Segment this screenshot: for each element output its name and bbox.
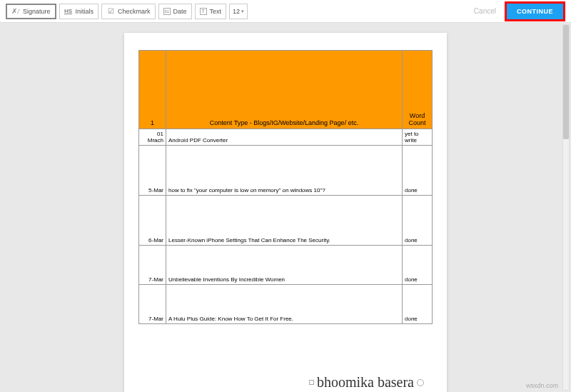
cell-status: yet to write [403, 129, 433, 146]
header-col3: Word Count [403, 51, 433, 129]
header-col2: Content Type - Blogs/IG/Website/Landing … [166, 51, 403, 129]
signature-label: Signature [23, 8, 51, 15]
checkmark-tool-button[interactable]: ☑ Checkmark [101, 4, 156, 19]
watermark: wsxdn.com [526, 382, 558, 389]
cell-date: 5-Mar [139, 146, 166, 196]
cell-content: A Hulu Plus Guide: Know How To Get It Fo… [166, 285, 403, 324]
cell-date: 7-Mar [139, 285, 166, 324]
signature-field[interactable]: bhoomika basera [309, 374, 424, 391]
date-icon: 31 [163, 8, 171, 15]
cell-date: 6-Mar [139, 196, 166, 246]
signature-tool-button[interactable]: ✗╱ Signature [6, 4, 56, 19]
date-tool-button[interactable]: 31 Date [158, 4, 192, 19]
cell-content: Android PDF Converter [166, 129, 403, 146]
text-tool-button[interactable]: T Text [195, 4, 227, 19]
cell-content: how to fix "your computer is low on memo… [166, 146, 403, 196]
table-row: 01 MrachAndroid PDF Converteryet to writ… [139, 129, 433, 146]
table-row: 5-Marhow to fix "your computer is low on… [139, 146, 433, 196]
chevron-down-icon: ▾ [241, 9, 244, 14]
signature-delete-icon[interactable] [417, 379, 424, 386]
top-toolbar: ✗╱ Signature HS Initials ☑ Checkmark 31 … [0, 0, 571, 23]
cell-content: Lesser-Known iPhone Settings That Can En… [166, 196, 403, 246]
document-workspace: 1 Content Type - Blogs/IG/Website/Landin… [0, 23, 571, 392]
text-icon: T [200, 8, 207, 15]
checkmark-label: Checkmark [118, 8, 151, 15]
table-row: 7-MarA Hulu Plus Guide: Know How To Get … [139, 285, 433, 324]
initials-tool-button[interactable]: HS Initials [59, 4, 99, 19]
vertical-scrollbar[interactable] [562, 24, 570, 391]
checkmark-icon: ☑ [106, 7, 115, 16]
initials-label: Initials [76, 8, 94, 15]
document-page[interactable]: 1 Content Type - Blogs/IG/Website/Landin… [124, 33, 447, 392]
cell-status: done [403, 246, 433, 285]
continue-button[interactable]: CONTINUE [505, 1, 565, 21]
table-row: 6-MarLesser-Known iPhone Settings That C… [139, 196, 433, 246]
initials-icon: HS [64, 7, 73, 16]
header-col1: 1 [139, 51, 166, 129]
date-label: Date [173, 8, 187, 15]
cell-status: done [403, 285, 433, 324]
cell-status: done [403, 196, 433, 246]
cancel-button[interactable]: Cancel [474, 7, 496, 15]
table-row: 7-MarUnbelievable Inventions By Incredib… [139, 246, 433, 285]
signature-text: bhoomika basera [317, 374, 414, 391]
text-label: Text [210, 8, 222, 15]
font-size-value: 12 [233, 8, 240, 15]
cell-status: done [403, 146, 433, 196]
content-table: 1 Content Type - Blogs/IG/Website/Landin… [138, 50, 433, 324]
table-header-row: 1 Content Type - Blogs/IG/Website/Landin… [139, 51, 433, 129]
font-size-select[interactable]: 12 ▾ [229, 4, 248, 19]
cell-date: 01 Mrach [139, 129, 166, 146]
signature-handle-icon [309, 380, 314, 385]
cell-content: Unbelievable Inventions By Incredible Wo… [166, 246, 403, 285]
cell-date: 7-Mar [139, 246, 166, 285]
scrollbar-thumb[interactable] [563, 25, 569, 139]
signature-icon: ✗╱ [11, 7, 20, 16]
